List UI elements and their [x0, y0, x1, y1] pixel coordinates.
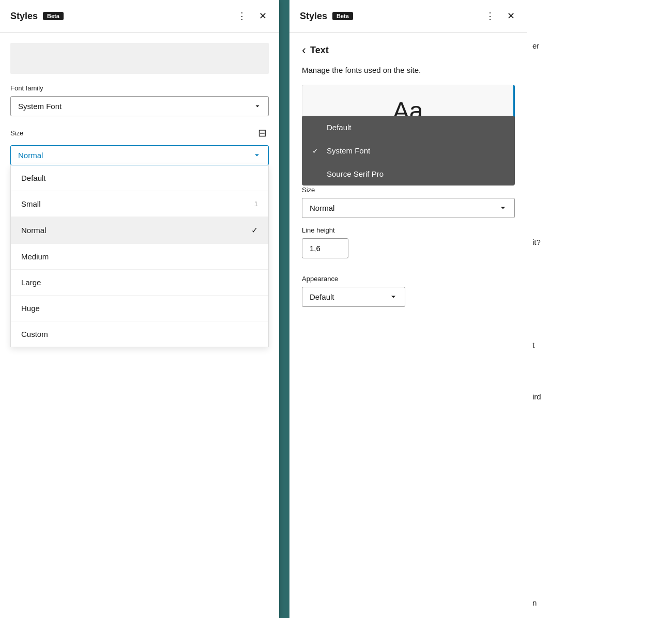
overflow-text-ird: ird: [532, 392, 667, 401]
font-family-value: System Font: [18, 102, 62, 111]
section-description: Manage the fonts used on the site.: [289, 66, 527, 85]
left-panel-title-text: Styles: [10, 11, 38, 22]
line-height-label: Line height: [302, 226, 515, 234]
right-panel-title-text: Styles: [300, 11, 327, 22]
font-source-serif-label: Source Serif Pro: [327, 169, 384, 178]
line-height-input[interactable]: [302, 238, 348, 258]
left-beta-badge: Beta: [43, 12, 64, 20]
left-panel-header: Styles Beta ⋮ ✕: [0, 0, 279, 33]
font-option-source-serif[interactable]: Source Serif Pro: [302, 162, 515, 186]
appearance-value: Default: [310, 292, 334, 301]
back-header: ‹ Text: [289, 33, 527, 66]
left-panel-content: Font family System Font Size ⊟ Normal: [0, 33, 279, 618]
size-select-wrapper: Normal Default Small 1 Normal ✓: [10, 145, 269, 165]
size-dropdown-menu: Default Small 1 Normal ✓ Medium Large: [10, 165, 269, 347]
font-preview-section: Aa Default ✓ System Font Source Serif Pr…: [302, 85, 515, 136]
right-size-chevron-icon: [499, 204, 507, 212]
size-option-normal[interactable]: Normal ✓: [11, 217, 268, 244]
right-more-button[interactable]: ⋮: [483, 8, 497, 24]
appearance-chevron-icon: [389, 293, 398, 301]
size-option-huge[interactable]: Huge: [11, 296, 268, 321]
left-preview-area: [10, 43, 269, 74]
overflow-text-n: n: [532, 598, 667, 608]
size-header: Size ⊟: [10, 125, 269, 141]
size-select[interactable]: Normal: [10, 145, 269, 165]
size-option-medium[interactable]: Medium: [11, 244, 268, 270]
close-icon: ✕: [259, 10, 267, 22]
overflow-text-t: t: [532, 341, 667, 350]
font-option-default[interactable]: Default: [302, 116, 515, 139]
normal-checkmark: ✓: [251, 225, 258, 235]
overflow-text-top: er: [532, 41, 667, 51]
system-check: ✓: [312, 147, 320, 155]
right-styles-panel: Styles Beta ⋮ ✕ ‹ Text Manage the fonts …: [289, 0, 527, 618]
size-selected-value: Normal: [18, 151, 43, 160]
back-button[interactable]: ‹: [302, 43, 306, 57]
appearance-label: Appearance: [302, 275, 515, 283]
overflow-text-it: it?: [532, 238, 667, 247]
font-option-system[interactable]: ✓ System Font: [302, 139, 515, 162]
right-close-icon: ✕: [507, 10, 515, 22]
font-family-chevron-icon: [254, 103, 261, 110]
right-beta-badge: Beta: [332, 12, 353, 20]
more-icon: ⋮: [237, 10, 247, 22]
size-label: Size: [10, 129, 23, 137]
font-dropdown: Default ✓ System Font Source Serif Pro: [302, 116, 515, 186]
size-chevron-icon: [253, 151, 261, 160]
left-close-button[interactable]: ✕: [257, 8, 269, 24]
right-panel-header: Styles Beta ⋮ ✕: [289, 0, 527, 33]
back-chevron-icon: ‹: [302, 43, 306, 57]
right-panel-fields: Size Normal Line height Appearance Defau…: [289, 178, 527, 618]
right-header-actions: ⋮ ✕: [483, 8, 517, 24]
font-family-select-wrapper: System Font: [10, 96, 269, 116]
font-family-label: Font family: [10, 84, 269, 92]
overflow-right-area: er it? t ird n: [527, 0, 672, 618]
appearance-select[interactable]: Default: [302, 287, 405, 307]
right-more-icon: ⋮: [485, 10, 495, 22]
size-sliders-button[interactable]: ⊟: [256, 125, 269, 141]
size-option-default[interactable]: Default: [11, 165, 268, 191]
right-size-value: Normal: [310, 204, 334, 212]
left-styles-panel: Styles Beta ⋮ ✕ Font family System Font …: [0, 0, 279, 618]
size-option-large[interactable]: Large: [11, 270, 268, 296]
right-panel-title: Styles Beta: [300, 11, 353, 22]
size-option-small[interactable]: Small 1: [11, 191, 268, 217]
right-size-select[interactable]: Normal: [302, 198, 515, 218]
font-family-select[interactable]: System Font: [10, 96, 269, 116]
section-title: Text: [310, 45, 329, 56]
left-header-actions: ⋮ ✕: [235, 8, 269, 24]
left-panel-title: Styles Beta: [10, 11, 64, 22]
size-option-custom[interactable]: Custom: [11, 321, 268, 347]
right-close-button[interactable]: ✕: [505, 8, 517, 24]
sliders-icon: ⊟: [258, 127, 267, 139]
right-size-label: Size: [302, 186, 515, 194]
panel-gap: [279, 0, 289, 618]
left-more-button[interactable]: ⋮: [235, 8, 249, 24]
font-system-label: System Font: [327, 146, 370, 155]
font-default-label: Default: [327, 123, 352, 132]
